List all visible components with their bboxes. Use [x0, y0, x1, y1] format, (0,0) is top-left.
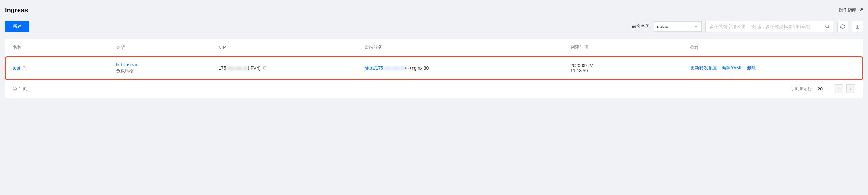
col-header-backend: 后端服务 [357, 39, 563, 56]
svg-rect-5 [265, 68, 267, 70]
next-page-button[interactable] [846, 85, 855, 93]
action-update-forward[interactable]: 更新转发配置 [690, 65, 717, 71]
search-container [705, 21, 833, 32]
page-size-value: 20 [817, 86, 823, 91]
ingress-table-card: 名称 类型 VIP 后端服务 创建时间 操作 test lb-bvpsizau … [5, 39, 863, 98]
page-title: Ingress [5, 6, 28, 14]
lb-type-text: 负载均衡 [116, 68, 204, 74]
created-date: 2020-09-27 [570, 63, 675, 68]
ingress-table: 名称 类型 VIP 后端服务 创建时间 操作 test lb-bvpsizau … [5, 39, 863, 80]
page-size-select[interactable]: 20 [815, 85, 831, 92]
table-row: test lb-bvpsizau 负载均衡 175.xxx.xxx.xx(IPV… [5, 56, 863, 80]
lb-id-link[interactable]: lb-bvpsizau [116, 62, 204, 67]
ingress-name-link[interactable]: test [13, 66, 20, 71]
created-time: 11:18:59 [570, 68, 675, 73]
table-footer: 第 1 页 每页显示行 20 [5, 80, 863, 93]
backend-suffix: /-->nginx:80 [405, 66, 429, 71]
vip-suffix: (IPV4) [248, 66, 260, 71]
guide-link-label: 操作指南 [839, 7, 857, 13]
copy-icon[interactable] [22, 66, 27, 71]
svg-line-2 [828, 28, 829, 28]
namespace-label: 命名空间 [632, 24, 650, 29]
download-button[interactable] [852, 21, 863, 32]
svg-rect-4 [24, 68, 26, 70]
namespace-select[interactable]: default [654, 22, 702, 32]
col-header-type: 类型 [108, 39, 211, 56]
prev-page-button[interactable] [834, 85, 843, 93]
download-icon [855, 24, 860, 29]
page-indicator: 第 1 页 [13, 86, 27, 92]
svg-line-0 [860, 8, 862, 10]
action-delete[interactable]: 删除 [747, 65, 756, 71]
external-link-icon [859, 8, 863, 12]
chevron-down-icon [826, 87, 829, 91]
chevron-down-icon [694, 25, 698, 28]
search-icon[interactable] [825, 24, 830, 29]
search-input[interactable] [710, 22, 825, 32]
col-header-actions: 操作 [683, 39, 863, 56]
backend-url-link[interactable]: http://175.xxx.xxx.xx [365, 66, 405, 71]
col-header-name: 名称 [5, 39, 108, 56]
operation-guide-link[interactable]: 操作指南 [839, 7, 863, 13]
per-page-label: 每页显示行 [790, 86, 812, 92]
namespace-value: default [657, 24, 671, 29]
vip-prefix: 175 [219, 66, 226, 71]
copy-icon[interactable] [263, 66, 268, 71]
chevron-left-icon [837, 87, 840, 91]
action-edit-yaml[interactable]: 编辑YAML [722, 65, 743, 71]
vip-hidden: .xxx.xxx.xx [226, 66, 248, 71]
new-button[interactable]: 新建 [5, 21, 29, 32]
chevron-right-icon [849, 87, 852, 91]
col-header-vip: VIP [211, 39, 357, 56]
refresh-icon [840, 24, 845, 29]
refresh-button[interactable] [837, 21, 848, 32]
svg-point-1 [826, 25, 829, 28]
col-header-created: 创建时间 [563, 39, 683, 56]
